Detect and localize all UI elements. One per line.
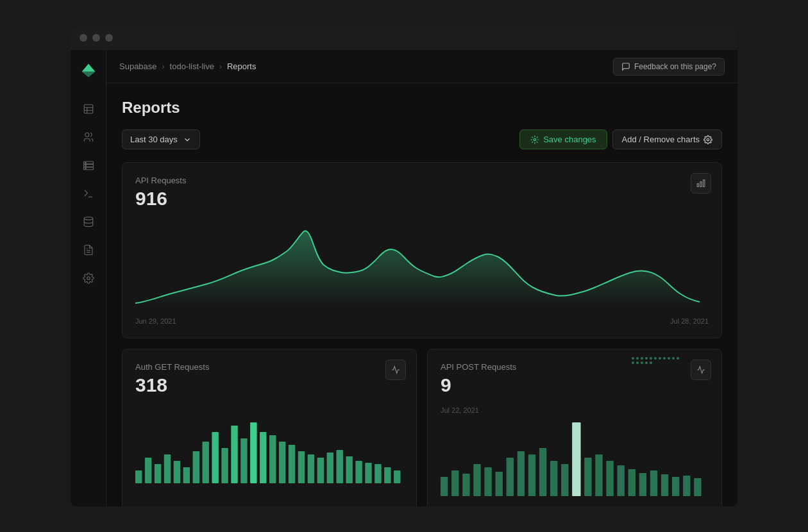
svg-rect-20 — [700, 182, 702, 187]
svg-rect-70 — [650, 470, 657, 496]
auth-get-chart: Auth GET Requests 318 — [122, 349, 417, 506]
svg-rect-44 — [346, 456, 352, 483]
gear-icon — [703, 135, 712, 144]
chat-icon — [621, 62, 630, 71]
api-post-date: Jul 22, 2021 — [441, 406, 709, 414]
svg-rect-38 — [289, 445, 295, 483]
svg-rect-36 — [269, 435, 276, 483]
remove-charts-button[interactable]: Add / Remove charts — [612, 129, 722, 149]
svg-rect-39 — [298, 451, 305, 483]
breadcrumb-sep-2: › — [219, 62, 222, 71]
svg-rect-61 — [561, 464, 568, 496]
sidebar-icon-users[interactable] — [77, 126, 100, 149]
svg-rect-26 — [174, 461, 180, 483]
breadcrumb-supabase[interactable]: Supabase — [119, 62, 157, 71]
api-requests-expand-button[interactable] — [691, 173, 711, 194]
svg-rect-0 — [84, 104, 93, 113]
svg-rect-34 — [250, 422, 257, 483]
logo[interactable] — [78, 60, 99, 81]
sidebar-icon-storage[interactable] — [77, 154, 100, 177]
svg-rect-67 — [618, 465, 625, 496]
activity-icon — [391, 365, 400, 374]
auth-get-label: Auth GET Requests — [135, 362, 403, 372]
auth-get-icon-button[interactable] — [385, 360, 406, 380]
svg-point-9 — [85, 165, 86, 167]
svg-rect-22 — [135, 470, 142, 483]
svg-rect-73 — [683, 476, 690, 496]
breadcrumb: Supabase › todo-list-live › Reports — [119, 62, 256, 71]
save-changes-button[interactable]: Save changes — [519, 129, 607, 149]
svg-rect-21 — [697, 184, 698, 187]
svg-rect-32 — [231, 426, 237, 483]
svg-rect-54 — [484, 467, 491, 496]
svg-rect-56 — [507, 458, 514, 496]
api-post-icon-button[interactable] — [691, 360, 711, 380]
svg-rect-64 — [584, 458, 591, 496]
sidebar-icon-database[interactable] — [77, 210, 100, 233]
sidebar — [71, 50, 106, 506]
svg-rect-50 — [441, 477, 448, 496]
auth-get-value: 318 — [135, 374, 403, 396]
svg-rect-63 — [572, 422, 580, 496]
date-filter-button[interactable]: Last 30 days — [122, 129, 200, 149]
api-post-value: 9 — [441, 374, 709, 396]
svg-rect-59 — [539, 448, 546, 496]
api-post-chart-svg — [441, 419, 709, 496]
minimize-button[interactable] — [92, 34, 100, 42]
sidebar-icon-table[interactable] — [77, 97, 100, 121]
svg-point-8 — [85, 162, 86, 163]
main-window: Supabase › todo-list-live › Reports Feed… — [71, 26, 737, 506]
svg-rect-48 — [384, 467, 391, 483]
bar-chart-icon — [696, 179, 705, 188]
api-requests-dates: Jun 29, 2021 Jul 28, 2021 — [135, 317, 709, 325]
svg-rect-37 — [279, 442, 285, 483]
toolbar: Last 30 days Save changes — [122, 129, 722, 149]
save-icon — [530, 135, 539, 144]
maximize-button[interactable] — [105, 34, 113, 42]
api-requests-value: 916 — [135, 188, 709, 210]
svg-point-4 — [85, 133, 88, 137]
layout: Supabase › todo-list-live › Reports Feed… — [71, 50, 737, 506]
svg-rect-33 — [240, 438, 247, 483]
svg-rect-23 — [145, 458, 151, 483]
svg-rect-69 — [639, 473, 646, 496]
feedback-button[interactable]: Feedback on this page? — [613, 58, 725, 76]
sidebar-icon-docs[interactable] — [77, 238, 100, 262]
svg-rect-58 — [528, 454, 535, 496]
svg-rect-35 — [260, 432, 266, 483]
page-title: Reports — [122, 99, 722, 117]
trending-icon — [696, 365, 705, 374]
svg-point-16 — [87, 277, 90, 280]
breadcrumb-project[interactable]: todo-list-live — [170, 62, 214, 71]
sidebar-icon-terminal[interactable] — [77, 182, 100, 205]
svg-point-10 — [85, 168, 86, 169]
svg-rect-45 — [355, 461, 362, 483]
svg-rect-43 — [337, 450, 343, 483]
svg-rect-68 — [628, 469, 635, 496]
date-end: Jul 28, 2021 — [670, 317, 709, 325]
svg-rect-24 — [155, 464, 161, 483]
api-requests-label: API Requests — [135, 176, 709, 185]
svg-rect-31 — [221, 448, 228, 483]
svg-point-18 — [707, 138, 709, 141]
breadcrumb-sep-1: › — [162, 62, 165, 71]
main-content: Reports Last 30 days — [106, 83, 737, 506]
auth-get-chart-svg — [135, 406, 403, 483]
dotted-overlay — [632, 357, 683, 364]
svg-rect-28 — [193, 451, 199, 483]
svg-rect-25 — [164, 454, 171, 483]
sidebar-icon-settings[interactable] — [77, 267, 100, 290]
svg-rect-65 — [595, 454, 602, 496]
api-requests-chart: API Requests 916 — [122, 162, 722, 338]
svg-rect-53 — [473, 464, 480, 496]
svg-rect-74 — [694, 478, 701, 496]
svg-rect-57 — [518, 451, 525, 496]
svg-rect-46 — [365, 463, 371, 483]
close-button[interactable] — [80, 34, 87, 42]
titlebar — [71, 26, 737, 50]
svg-rect-51 — [451, 470, 459, 496]
svg-rect-42 — [327, 453, 333, 483]
svg-rect-66 — [606, 461, 613, 496]
svg-rect-29 — [203, 442, 209, 483]
svg-point-17 — [534, 138, 536, 141]
